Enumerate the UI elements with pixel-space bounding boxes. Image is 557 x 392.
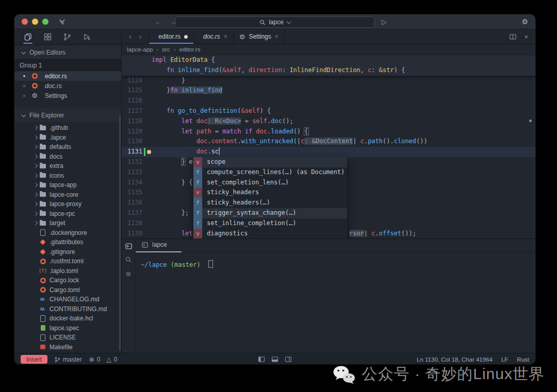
tree-folder[interactable]: lapce-proxy xyxy=(14,199,121,209)
terminal-tab[interactable]: lapce xyxy=(136,238,182,252)
close-icon[interactable]: × xyxy=(22,83,27,89)
open-editor-item[interactable]: ●editor.rs xyxy=(14,71,121,81)
open-editors-list: ●editor.rs×doc.rs×⚙Settings xyxy=(14,71,121,100)
code-line[interactable]: 1125 }fn inline_find xyxy=(122,86,535,96)
folder-icon xyxy=(39,192,47,197)
tabs-forward-icon[interactable]: › xyxy=(139,32,142,41)
language-mode[interactable]: Rust xyxy=(517,356,529,363)
tree-file[interactable]: M↓CONTRIBUTING.md xyxy=(14,304,121,314)
tree-folder[interactable]: lapce-core xyxy=(14,190,121,200)
tree-file[interactable]: .gitattributes xyxy=(14,237,121,247)
toggle-bottom-panel-icon[interactable] xyxy=(272,356,278,362)
panel-search-icon[interactable] xyxy=(125,257,132,263)
terminal-content[interactable]: ~/lapce (master) xyxy=(136,253,535,268)
code-line[interactable]: 1124 } xyxy=(122,76,535,86)
git-branch[interactable]: master xyxy=(55,356,82,363)
code-editor[interactable]: impl EditorData { fn inline_find(&self, … xyxy=(122,55,535,238)
tree-folder[interactable]: lapce-rpc xyxy=(14,209,121,219)
split-editor-icon[interactable] xyxy=(510,34,516,40)
close-icon[interactable]: × xyxy=(275,33,278,40)
sidebar-scrollbar[interactable] xyxy=(119,115,121,351)
plugins-icon[interactable] xyxy=(41,29,54,44)
open-editors-header[interactable]: Open Editors xyxy=(14,46,121,59)
folder-icon xyxy=(39,183,47,188)
tree-file[interactable]: .dockerignore xyxy=(14,228,121,238)
line-number: 1125 xyxy=(122,86,142,96)
completion-item[interactable]: fset_inline_completion(…) xyxy=(193,218,347,229)
breadcrumb-item[interactable]: lapce-app xyxy=(127,46,153,53)
breadcrumb[interactable]: lapce-app›src›editor.rs xyxy=(122,44,535,55)
settings-gear-icon[interactable]: ⚙ xyxy=(521,18,528,26)
tree-file[interactable]: .gitignore xyxy=(14,247,121,257)
code-line[interactable]: 1126 xyxy=(122,96,535,106)
file-explorer-icon[interactable] xyxy=(22,29,34,44)
source-control-icon[interactable] xyxy=(61,29,73,44)
toggle-left-panel-icon[interactable] xyxy=(258,356,265,362)
tree-folder[interactable]: extra xyxy=(14,161,121,171)
tree-file[interactable]: Cargo.lock xyxy=(14,276,121,285)
completion-item[interactable]: vsticky_headers xyxy=(193,188,347,198)
tree-file[interactable]: Makefile xyxy=(14,343,121,352)
history-nav: ← → xyxy=(155,18,176,26)
tree-file[interactable]: M↓CHANGELOG.md xyxy=(14,295,121,304)
debug-icon[interactable] xyxy=(80,29,93,44)
status-bar: Insert master ⊗ 0 △ 0 xyxy=(14,353,535,364)
breadcrumb-item[interactable]: editor.rs xyxy=(179,46,201,53)
open-editor-item[interactable]: ×doc.rs xyxy=(14,81,121,91)
tree-folder[interactable]: .github xyxy=(14,123,121,133)
code-line[interactable]: 1131 doc.sc xyxy=(122,147,535,157)
tree-folder[interactable]: target xyxy=(14,218,121,228)
tab-doc-rs[interactable]: doc.rs× xyxy=(194,29,234,44)
tree-folder[interactable]: .lapce xyxy=(14,133,121,143)
run-button[interactable]: ▷ xyxy=(382,18,387,26)
completion-item[interactable]: vdiagnostics xyxy=(193,229,347,238)
open-editor-item[interactable]: ×⚙Settings xyxy=(14,91,121,100)
modified-dot[interactable]: ● xyxy=(22,74,27,78)
branch-name: master xyxy=(63,356,82,363)
minimize-window-button[interactable] xyxy=(32,19,38,25)
tree-folder[interactable]: icons xyxy=(14,171,121,181)
completion-item[interactable]: fsticky_headers(…) xyxy=(193,198,347,208)
completion-item[interactable]: fcompute_screen_lines(…) (as Document) xyxy=(193,167,347,178)
tree-file[interactable]: lapce.spec xyxy=(14,323,121,333)
tree-folder[interactable]: lapce-app xyxy=(14,180,121,190)
tree-folder[interactable]: defaults xyxy=(14,142,121,152)
completion-item[interactable]: vscope xyxy=(193,157,347,167)
lightbulb-icon[interactable] xyxy=(147,150,151,154)
close-icon[interactable]: × xyxy=(524,33,528,41)
tree-file[interactable]: docker-bake.hcl xyxy=(14,314,121,323)
code-line[interactable]: 1127 fn go_to_definition(&self) { xyxy=(122,106,535,116)
tabs-back-icon[interactable]: ‹ xyxy=(129,32,132,41)
close-icon[interactable]: × xyxy=(22,93,27,99)
line-ending[interactable]: LF xyxy=(501,356,508,363)
tab-editor-rs[interactable]: editor.rs xyxy=(149,29,194,44)
tab-nav: ‹ › xyxy=(122,29,149,44)
terminal-panel-icon[interactable] xyxy=(125,243,132,249)
completion-item[interactable]: ftrigger_syntax_change(…) xyxy=(193,208,347,218)
tree-file[interactable]: Cargo.toml xyxy=(14,285,121,295)
breadcrumb-item[interactable]: src xyxy=(162,46,170,53)
completion-item[interactable]: fset_completion_lens(…) xyxy=(193,178,347,188)
tree-file[interactable]: .rustfmt.toml xyxy=(14,257,121,266)
command-palette[interactable]: lapce xyxy=(175,16,375,28)
tab-Settings[interactable]: ⚙Settings× xyxy=(234,29,285,44)
tree-folder[interactable]: docs xyxy=(14,152,121,162)
code-line[interactable]: 1130 doc.content.with_untracked(|c: &Doc… xyxy=(122,137,535,147)
toggle-right-panel-icon[interactable] xyxy=(285,356,292,362)
mode-badge[interactable]: Insert xyxy=(21,355,47,364)
diagnostics[interactable]: ⊗ 0 △ 0 xyxy=(89,356,118,363)
maximize-window-button[interactable] xyxy=(42,19,48,25)
nav-back-icon[interactable]: ← xyxy=(155,18,161,26)
markdown-icon: M↓ xyxy=(39,297,47,302)
code-line[interactable]: 1129 let path = match if doc.loaded() { xyxy=(122,127,535,137)
cursor-position[interactable]: Ln 1130, Col 18, Char 41964 xyxy=(417,356,493,363)
tree-file[interactable]: [T].taplo.toml xyxy=(14,266,121,276)
sticky-header-line: fn inline_find(&self, direction: InlineF… xyxy=(122,65,535,76)
tree-file[interactable]: LICENSE xyxy=(14,333,121,343)
panel-problems-icon[interactable]: ⊗ xyxy=(126,270,132,278)
close-icon[interactable]: × xyxy=(224,33,227,40)
close-window-button[interactable] xyxy=(22,19,28,25)
code-line[interactable]: 1128 let doc: Rc<Doc> = self.doc(); xyxy=(122,116,535,127)
editor-scrollbar-dot[interactable] xyxy=(529,120,532,122)
file-explorer-header[interactable]: File Explorer xyxy=(14,109,121,122)
